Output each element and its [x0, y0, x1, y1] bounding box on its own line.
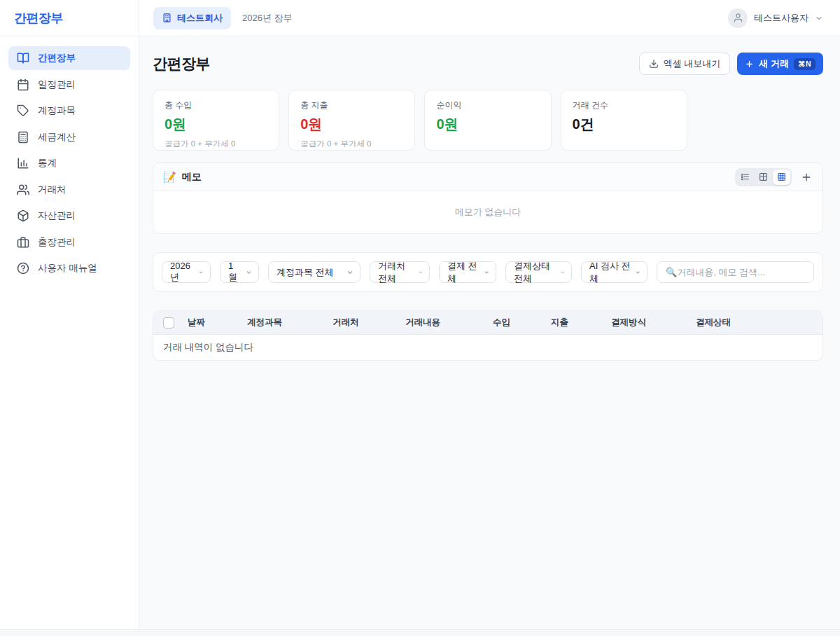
transactions-table: 날짜 계정과목 거래처 거래내용 수입 지출 결제방식 결제상태 거래 내역이 … — [153, 310, 823, 361]
page-title: 간편장부 — [153, 54, 210, 74]
content: 간편장부 엑셀 내보내기 새 거래 ⌘N 총 수입 0원 공급가 0 + 부가세… — [139, 36, 840, 636]
memo-section: 📝 메모 — [153, 163, 823, 234]
year-filter-value: 2026년 — [170, 261, 194, 284]
search-input[interactable] — [657, 261, 814, 283]
sidebar-item-label: 사용자 매뉴얼 — [38, 262, 97, 275]
sidebar-item-label: 출장관리 — [38, 236, 76, 249]
stat-label: 순이익 — [436, 99, 539, 111]
memo-icon: 📝 — [163, 171, 176, 184]
main-column: 테스트회사 2026년 장부 테스트사용자 간편장부 엑셀 내보내기 — [139, 0, 840, 636]
month-filter[interactable]: 1월 — [220, 261, 259, 283]
company-name: 테스트회사 — [177, 12, 223, 25]
chevron-down-icon — [418, 269, 423, 276]
payment-status-filter-value: 결제상태 전체 — [514, 260, 556, 285]
year-filter[interactable]: 2026년 — [162, 261, 211, 283]
sidebar-item-accounts[interactable]: 계정과목 — [8, 99, 130, 123]
sidebar: 간편장부 간편장부 일정관리 계정과목 세금계산 — [0, 0, 139, 636]
excel-export-label: 엑셀 내보내기 — [664, 57, 721, 70]
sidebar-item-label: 자산관리 — [38, 209, 76, 222]
sidebar-item-manual[interactable]: 사용자 매뉴얼 — [8, 256, 130, 280]
app-logo: 간편장부 — [14, 10, 63, 27]
column-header-account: 계정과목 — [247, 317, 332, 329]
logo-area: 간편장부 — [0, 0, 139, 36]
stat-cards: 총 수입 0원 공급가 0 + 부가세 0 총 지출 0원 공급가 0 + 부가… — [153, 90, 823, 151]
column-header-income: 수입 — [493, 317, 551, 329]
payment-filter[interactable]: 결제 전체 — [439, 261, 496, 283]
stat-card-transaction-count: 거래 건수 0건 — [561, 90, 687, 151]
stat-label: 총 지출 — [300, 99, 403, 111]
add-memo-button[interactable] — [799, 170, 814, 185]
new-transaction-button[interactable]: 새 거래 ⌘N — [737, 53, 823, 75]
plus-icon — [801, 172, 812, 183]
users-icon — [17, 184, 29, 196]
sidebar-item-assets[interactable]: 자산관리 — [8, 204, 130, 228]
column-header-expense: 지출 — [551, 317, 611, 329]
stat-sub: 공급가 0 + 부가세 0 — [300, 139, 403, 149]
sidebar-item-label: 간편장부 — [38, 52, 76, 64]
chevron-down-icon — [246, 269, 252, 276]
briefcase-icon — [17, 236, 29, 249]
chevron-down-icon — [815, 14, 823, 22]
calendar-icon — [17, 78, 29, 91]
sidebar-item-label: 거래처 — [38, 184, 66, 196]
stat-label: 총 수입 — [164, 99, 267, 111]
company-selector[interactable]: 테스트회사 — [153, 7, 231, 29]
ai-check-filter-value: AI 검사 전체 — [589, 260, 631, 285]
sidebar-item-tax[interactable]: 세금계산 — [8, 125, 130, 149]
table-empty-state: 거래 내역이 없습니다 — [153, 335, 822, 360]
chevron-down-icon — [198, 269, 204, 276]
column-header-payment-status: 결제상태 — [696, 317, 822, 329]
sidebar-item-label: 통계 — [38, 157, 57, 170]
sidebar-item-label: 일정관리 — [38, 78, 76, 91]
help-circle-icon — [17, 262, 29, 275]
tag-icon — [17, 104, 29, 117]
excel-export-button[interactable]: 엑셀 내보내기 — [639, 53, 731, 75]
filter-bar: 2026년 1월 계정과목 전체 거래처 전체 결제 전체 결제상태 전체 — [153, 252, 823, 292]
stat-value: 0원 — [436, 115, 539, 134]
package-icon — [17, 209, 29, 222]
sidebar-item-schedule[interactable]: 일정관리 — [8, 73, 130, 97]
horizontal-scrollbar[interactable] — [0, 629, 840, 636]
column-header-payment-method: 결제방식 — [611, 317, 696, 329]
user-name: 테스트사용자 — [754, 12, 808, 25]
stat-card-total-income: 총 수입 0원 공급가 0 + 부가세 0 — [153, 90, 279, 151]
calculator-icon — [17, 131, 29, 144]
partner-filter[interactable]: 거래처 전체 — [370, 261, 430, 283]
list-view-icon[interactable] — [736, 170, 754, 185]
building-icon — [162, 13, 172, 23]
sidebar-item-partners[interactable]: 거래처 — [8, 178, 130, 202]
column-header-partner: 거래처 — [332, 317, 405, 329]
account-filter[interactable]: 계정과목 전체 — [268, 261, 360, 283]
memo-empty-state: 메모가 없습니다 — [153, 191, 822, 233]
new-transaction-label: 새 거래 — [759, 57, 789, 70]
grid-3-view-icon[interactable] — [773, 170, 790, 185]
stat-sub: 공급가 0 + 부가세 0 — [164, 139, 267, 149]
column-header-date: 날짜 — [188, 317, 247, 329]
user-menu[interactable]: 테스트사용자 — [728, 8, 823, 28]
memo-view-toggle — [735, 168, 792, 186]
table-header-row: 날짜 계정과목 거래처 거래내용 수입 지출 결제방식 결제상태 — [153, 311, 822, 335]
sidebar-item-ledger[interactable]: 간편장부 — [8, 46, 130, 70]
plus-icon — [745, 60, 754, 69]
download-icon — [649, 59, 659, 69]
sidebar-item-business-trip[interactable]: 출장관리 — [8, 230, 130, 254]
partner-filter-value: 거래처 전체 — [378, 260, 414, 285]
month-filter-value: 1월 — [228, 261, 241, 284]
book-open-icon — [17, 52, 29, 64]
sidebar-item-statistics[interactable]: 통계 — [8, 151, 130, 175]
chevron-down-icon — [635, 269, 640, 276]
stat-card-net-profit: 순이익 0원 — [424, 90, 551, 151]
stat-value: 0원 — [300, 115, 403, 134]
keyboard-shortcut-badge: ⌘N — [794, 58, 816, 70]
stat-value: 0건 — [573, 115, 676, 134]
ledger-year-label: 2026년 장부 — [242, 12, 293, 25]
ai-check-filter[interactable]: AI 검사 전체 — [581, 261, 648, 283]
payment-filter-value: 결제 전체 — [447, 260, 479, 285]
stat-card-total-expense: 총 지출 0원 공급가 0 + 부가세 0 — [288, 90, 415, 151]
payment-status-filter[interactable]: 결제상태 전체 — [505, 261, 572, 283]
select-all-checkbox[interactable] — [163, 317, 174, 329]
grid-2-view-icon[interactable] — [755, 170, 772, 185]
chevron-down-icon — [560, 269, 565, 276]
sidebar-nav: 간편장부 일정관리 계정과목 세금계산 통계 — [0, 36, 139, 293]
chevron-down-icon — [346, 269, 354, 276]
